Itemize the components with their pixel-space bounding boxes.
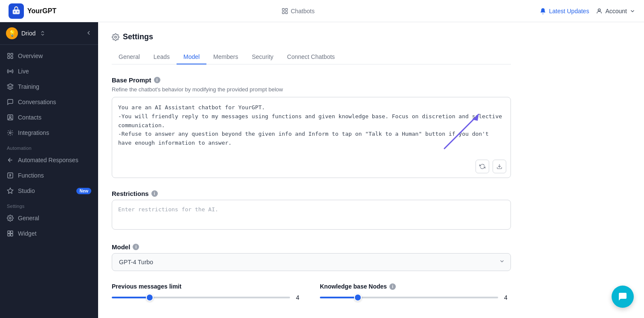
download-prompt-button[interactable] [493, 160, 506, 173]
restrictions-info-icon[interactable]: i [151, 190, 158, 197]
sidebar-item-training-label: Training [18, 83, 39, 90]
svg-rect-21 [8, 234, 10, 236]
svg-rect-4 [282, 9, 284, 11]
sidebar-item-conversations[interactable]: Conversations [0, 94, 98, 110]
restrictions-label: Restrictions i [112, 190, 511, 197]
studio-badge: New [76, 188, 91, 194]
settings-section-label: Settings [0, 198, 98, 210]
sidebar-item-contacts[interactable]: Contacts [0, 110, 98, 125]
sidebar-item-functions-label: Functions [18, 172, 44, 179]
page-title: Settings [123, 32, 153, 41]
svg-rect-9 [8, 53, 10, 55]
sidebar-item-general[interactable]: General [0, 210, 98, 226]
sidebar-item-contacts-label: Contacts [18, 114, 41, 121]
widget-icon [7, 230, 14, 237]
svg-rect-12 [11, 56, 13, 58]
sidebar-item-automated-responses[interactable]: Automated Responses [0, 152, 98, 168]
svg-rect-6 [282, 12, 284, 14]
previous-messages-limit-group: Previous messages limit 4 [112, 283, 303, 301]
sidebar-bot-selector[interactable]: 💡 Driod [6, 27, 46, 39]
sidebar-item-conversations-label: Conversations [18, 99, 56, 105]
svg-point-13 [10, 71, 11, 72]
base-prompt-info-icon[interactable]: i [154, 77, 160, 83]
brand-name: YourGPT [27, 7, 56, 15]
tab-leads[interactable]: Leads [147, 50, 177, 64]
settings-header: Settings [112, 32, 511, 41]
refresh-prompt-button[interactable] [476, 160, 489, 173]
svg-point-18 [9, 217, 11, 219]
bot-name: Driod [21, 30, 35, 37]
model-info-icon[interactable]: i [133, 244, 139, 250]
previous-messages-label: Previous messages limit [112, 283, 303, 290]
sidebar-item-live[interactable]: Live [0, 64, 98, 79]
restrictions-section: Restrictions i [112, 190, 511, 231]
base-prompt-label: Base Prompt i [112, 76, 511, 84]
studio-icon [7, 187, 14, 194]
sidebar-item-integrations-label: Integrations [18, 129, 49, 136]
chatbots-icon [281, 8, 288, 15]
sidebar-item-integrations[interactable]: Integrations [0, 125, 98, 140]
integrations-icon [7, 129, 14, 136]
sidebar-item-studio[interactable]: Studio New [0, 183, 98, 198]
settings-tabs: General Leads Model Members Security Con… [112, 50, 511, 64]
tab-general[interactable]: General [112, 50, 147, 64]
svg-point-16 [9, 132, 11, 134]
latest-updates-label: Latest Updates [549, 8, 589, 15]
knowledge-base-nodes-label: Knowledge base Nodes i [320, 283, 511, 290]
bell-icon [540, 8, 546, 15]
sidebar-header: 💡 Driod [0, 22, 98, 45]
sidebar-item-training[interactable]: Training [0, 79, 98, 94]
svg-point-15 [9, 116, 11, 118]
tab-connect-chatbots[interactable]: Connect Chatbots [280, 50, 342, 64]
svg-rect-19 [8, 231, 10, 233]
latest-updates-button[interactable]: Latest Updates [540, 8, 589, 15]
sidebar-item-live-label: Live [18, 68, 29, 75]
svg-rect-20 [11, 231, 13, 233]
sidebar-item-widget[interactable]: Widget [0, 226, 98, 241]
content-wrap: Settings General Leads Model Members Sec… [98, 22, 525, 311]
sidebar-item-general-label: General [18, 215, 39, 222]
sidebar-nav: Overview Live Training Con [0, 45, 98, 318]
radio-icon [7, 68, 14, 75]
restrictions-textarea[interactable] [112, 200, 511, 230]
previous-messages-slider-wrap: 4 [112, 294, 303, 301]
model-section: Model i GPT-4 Turbo GPT-4 GPT-3.5 Turbo … [112, 243, 511, 271]
svg-point-8 [598, 9, 600, 11]
chat-fab-button[interactable] [612, 286, 634, 308]
expand-icon [40, 30, 46, 36]
base-prompt-section: Base Prompt i Refine the chatbot's behav… [112, 76, 511, 178]
account-button[interactable]: Account [596, 8, 635, 15]
base-prompt-desc: Refine the chatbot's behavior by modifyi… [112, 86, 511, 93]
tab-members[interactable]: Members [206, 50, 245, 64]
knowledge-base-nodes-slider[interactable] [320, 297, 498, 298]
tab-model[interactable]: Model [177, 50, 206, 64]
svg-point-1 [14, 11, 15, 12]
model-select[interactable]: GPT-4 Turbo GPT-4 GPT-3.5 Turbo GPT-3.5 [112, 253, 511, 271]
logo-icon [9, 3, 24, 19]
sidebar-collapse-button[interactable] [85, 29, 92, 38]
svg-point-2 [17, 11, 18, 12]
sliders-row: Previous messages limit 4 Knowledge base… [112, 283, 511, 301]
sidebar-item-functions[interactable]: Functions [0, 168, 98, 183]
tab-security[interactable]: Security [245, 50, 280, 64]
grid-icon [7, 53, 14, 59]
svg-rect-7 [285, 12, 287, 14]
previous-messages-slider[interactable] [112, 297, 290, 298]
topnav: YourGPT Chatbots Latest Updates Account [0, 0, 644, 22]
sidebar-item-automated-responses-label: Automated Responses [18, 157, 78, 163]
training-icon [7, 83, 14, 90]
sidebar-item-studio-label: Studio [18, 187, 35, 194]
knowledge-base-info-icon[interactable]: i [389, 283, 396, 290]
knowledge-base-nodes-value: 4 [504, 294, 511, 301]
layout: 💡 Driod Overview [0, 22, 644, 318]
functions-icon [7, 172, 14, 179]
main-content: Settings General Leads Model Members Sec… [98, 22, 644, 318]
base-prompt-textarea[interactable] [112, 97, 511, 166]
conversations-icon [7, 99, 14, 105]
svg-point-23 [115, 36, 117, 38]
prompt-actions [476, 160, 506, 173]
contacts-icon [7, 114, 14, 121]
automated-responses-icon [7, 157, 14, 163]
sidebar-item-overview[interactable]: Overview [0, 48, 98, 64]
svg-point-3 [16, 7, 17, 8]
